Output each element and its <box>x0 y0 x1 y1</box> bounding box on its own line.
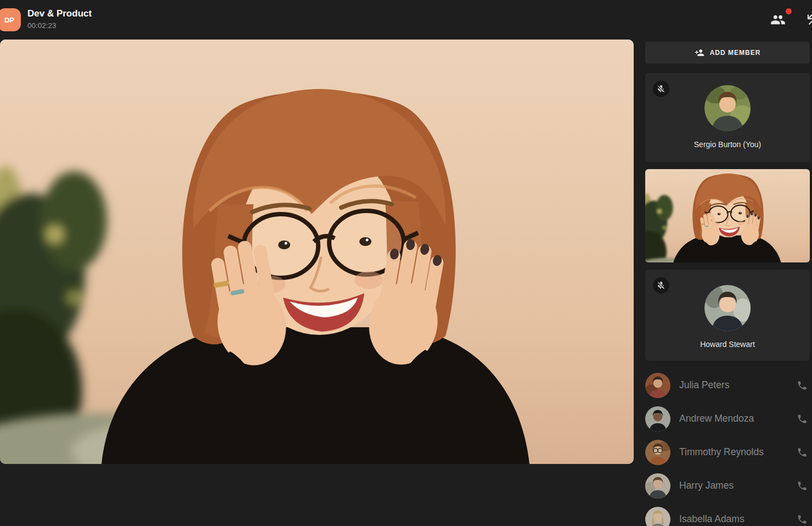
participant-tile-sergio[interactable]: Sergio Burton (You) <box>645 73 810 162</box>
roster-row-andrew[interactable]: Andrew Mendoza <box>645 402 810 436</box>
speaker-video-thumbnail <box>645 169 810 262</box>
active-speaker-video <box>0 40 634 464</box>
participant-tile-howard[interactable]: Howard Stewart <box>645 270 810 361</box>
participant-name: Howard Stewart <box>645 340 810 349</box>
call-button[interactable] <box>797 380 808 391</box>
avatar <box>645 373 670 398</box>
call-timer: 00:02:23 <box>27 21 57 30</box>
roster-row-julia[interactable]: Julia Peters <box>645 369 810 402</box>
phone-icon <box>797 413 808 424</box>
phone-icon <box>797 447 808 458</box>
notification-dot <box>786 8 792 14</box>
avatar <box>704 85 751 131</box>
participant-tile-active-speaker[interactable] <box>645 169 810 262</box>
mic-off-icon <box>657 85 666 93</box>
room-avatar: DP <box>0 8 21 31</box>
participant-name: Sergio Burton (You) <box>645 140 810 149</box>
collapse-sidebar-button[interactable] <box>801 12 812 26</box>
mic-off-icon <box>657 281 666 290</box>
avatar <box>704 285 751 331</box>
collapse-icon <box>801 12 812 26</box>
muted-badge <box>653 277 669 294</box>
roster-name: Timmothy Reynolds <box>679 446 764 458</box>
muted-badge <box>653 81 669 97</box>
participants-icon[interactable] <box>770 12 786 27</box>
avatar <box>645 440 670 465</box>
call-button[interactable] <box>797 413 808 424</box>
person-add-icon <box>695 48 704 58</box>
add-member-label: ADD MEMBER <box>710 49 761 57</box>
call-controls: Settings Unmute Share screen <box>0 464 812 526</box>
roster-name: Julia Peters <box>679 379 729 391</box>
main-video-stage <box>0 40 634 464</box>
phone-icon <box>797 380 808 391</box>
add-member-button[interactable]: ADD MEMBER <box>645 42 810 64</box>
video-call-app: DP Dev & Product 00:02:23 ADD MEMBER <box>0 0 812 526</box>
avatar <box>645 406 670 432</box>
roster-name: Andrew Mendoza <box>679 413 754 424</box>
room-title: Dev & Product <box>27 8 92 19</box>
header: DP Dev & Product 00:02:23 <box>0 0 812 40</box>
call-button[interactable] <box>797 447 808 458</box>
people-icon <box>770 12 786 27</box>
